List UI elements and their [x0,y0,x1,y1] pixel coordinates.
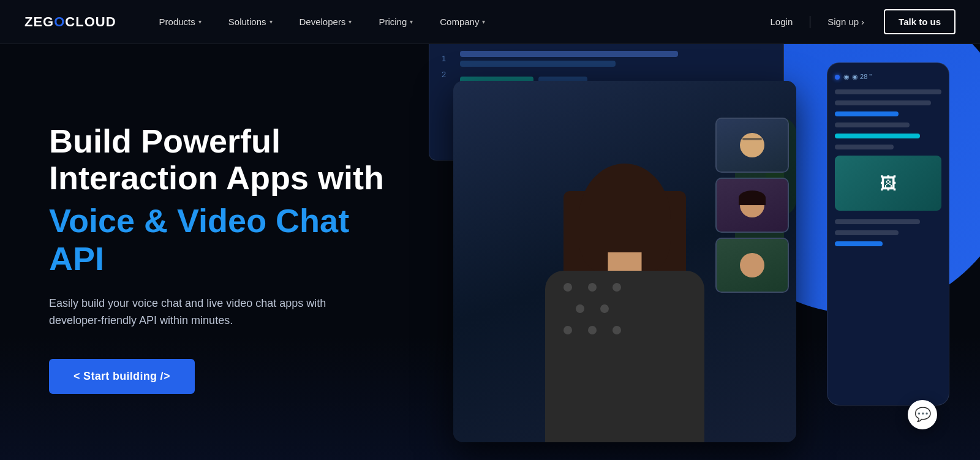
chevron-down-icon: ▾ [482,18,485,25]
thumbnail-3 [715,238,789,293]
nav-links: Products ▾ Solutions ▾ Developers ▾ Pric… [146,0,761,44]
person-body [545,271,704,442]
nav-item-solutions[interactable]: Solutions ▾ [215,0,286,44]
panel-row-teal [835,134,920,138]
thumbnail-overlay [715,118,789,293]
hero-title-accent: Voice & Video Chat API [49,202,404,277]
chevron-down-icon: ▾ [349,18,352,25]
hero-subtitle: Easily build your voice chat and live vi… [49,295,355,330]
hero-content: Build Powerful Interaction Apps with Voi… [49,110,404,394]
person-shape [527,136,723,442]
arrow-icon: › [861,17,864,27]
nav-item-company[interactable]: Company ▾ [426,0,499,44]
panel-row-3 [835,123,910,127]
panel-header: ◉ ◉ 28 " [835,73,941,81]
panel-audio-label: ◉ ◉ 28 " [843,73,872,81]
chevron-down-icon: ▾ [270,18,273,25]
logo[interactable]: ZEGOCLOUD [24,14,116,30]
nav-divider [810,16,810,28]
nav-right: Login Sign up › Talk to us [761,9,956,34]
panel-row-1 [835,89,941,94]
panel-status-dot [835,75,840,80]
panel-row-6 [835,230,899,235]
thumbnail-1 [715,118,789,173]
video-main [453,81,796,442]
hero-title: Build Powerful Interaction Apps with [49,123,404,197]
chevron-down-icon: ▾ [410,18,413,25]
thumbnail-2 [715,178,789,233]
start-building-button[interactable]: < Start building /> [49,359,195,394]
chevron-down-icon: ▾ [198,18,202,25]
nav-item-products[interactable]: Products ▾ [146,0,215,44]
hero-illustration: 1 2 [404,44,956,460]
panel-row-2 [835,100,931,105]
code-line-numbers: 1 2 [442,51,446,83]
panel-row-4 [835,145,894,149]
panel-row-5 [835,219,920,224]
nav-item-developers[interactable]: Developers ▾ [286,0,366,44]
chat-bubble-icon[interactable]: 💬 [908,400,937,429]
signup-link[interactable]: Sign up › [818,17,874,27]
talk-to-us-button[interactable]: Talk to us [884,9,956,34]
panel-row-7 [835,241,883,246]
nav-item-pricing[interactable]: Pricing ▾ [365,0,426,44]
hero-section: Build Powerful Interaction Apps with Voi… [0,44,980,460]
login-link[interactable]: Login [761,17,803,27]
navbar: ZEGOCLOUD Products ▾ Solutions ▾ Develop… [0,0,980,44]
panel-row-accent [835,111,899,116]
right-panel: ◉ ◉ 28 " 🖼 [827,62,949,405]
panel-image: 🖼 [835,156,941,211]
